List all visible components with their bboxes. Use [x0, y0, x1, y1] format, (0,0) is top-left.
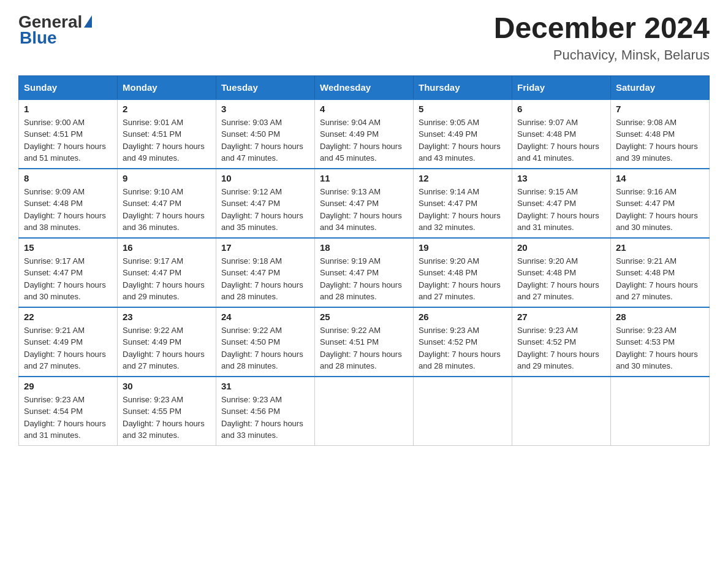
day-number: 5 — [419, 104, 507, 114]
day-number: 26 — [419, 312, 507, 322]
calendar-table: Sunday Monday Tuesday Wednesday Thursday… — [18, 75, 710, 446]
logo-triangle-icon — [84, 15, 92, 28]
day-info: Sunrise: 9:20 AMSunset: 4:48 PMDaylight:… — [419, 255, 507, 303]
calendar-cell: 27 Sunrise: 9:23 AMSunset: 4:52 PMDaylig… — [512, 307, 611, 377]
day-info: Sunrise: 9:03 AMSunset: 4:50 PMDaylight:… — [221, 117, 309, 164]
day-number: 2 — [123, 104, 211, 114]
calendar-cell: 26 Sunrise: 9:23 AMSunset: 4:52 PMDaylig… — [414, 307, 512, 377]
day-info: Sunrise: 9:22 AMSunset: 4:49 PMDaylight:… — [123, 324, 211, 372]
day-number: 16 — [123, 242, 211, 253]
col-sunday: Sunday — [19, 75, 118, 99]
day-number: 27 — [517, 312, 605, 322]
day-number: 1 — [24, 104, 112, 114]
day-info: Sunrise: 9:08 AMSunset: 4:48 PMDaylight:… — [616, 117, 704, 164]
calendar-cell — [315, 377, 414, 446]
day-info: Sunrise: 9:16 AMSunset: 4:47 PMDaylight:… — [616, 186, 704, 234]
day-number: 13 — [517, 173, 605, 183]
calendar-cell: 19 Sunrise: 9:20 AMSunset: 4:48 PMDaylig… — [414, 238, 512, 307]
day-number: 28 — [616, 312, 704, 322]
day-info: Sunrise: 9:22 AMSunset: 4:51 PMDaylight:… — [320, 324, 408, 372]
calendar-cell: 28 Sunrise: 9:23 AMSunset: 4:53 PMDaylig… — [611, 307, 710, 377]
day-number: 17 — [221, 242, 309, 253]
calendar-cell: 7 Sunrise: 9:08 AMSunset: 4:48 PMDayligh… — [611, 99, 710, 169]
day-info: Sunrise: 9:23 AMSunset: 4:55 PMDaylight:… — [123, 394, 211, 442]
calendar-cell — [414, 377, 512, 446]
calendar-cell: 9 Sunrise: 9:10 AMSunset: 4:47 PMDayligh… — [118, 169, 216, 238]
calendar-cell: 3 Sunrise: 9:03 AMSunset: 4:50 PMDayligh… — [216, 99, 315, 169]
location-subtitle: Puchavicy, Minsk, Belarus — [494, 47, 710, 63]
title-block: December 2024 Puchavicy, Minsk, Belarus — [494, 12, 710, 63]
calendar-cell: 15 Sunrise: 9:17 AMSunset: 4:47 PMDaylig… — [19, 238, 118, 307]
month-year-title: December 2024 — [494, 12, 710, 45]
calendar-cell: 5 Sunrise: 9:05 AMSunset: 4:49 PMDayligh… — [414, 99, 512, 169]
calendar-cell: 2 Sunrise: 9:01 AMSunset: 4:51 PMDayligh… — [118, 99, 216, 169]
day-number: 15 — [24, 242, 112, 253]
calendar-cell: 25 Sunrise: 9:22 AMSunset: 4:51 PMDaylig… — [315, 307, 414, 377]
calendar-cell — [512, 377, 611, 446]
col-friday: Friday — [512, 75, 611, 99]
day-info: Sunrise: 9:23 AMSunset: 4:56 PMDaylight:… — [221, 394, 309, 442]
logo: General Blue — [18, 12, 92, 48]
calendar-week-row-2: 8 Sunrise: 9:09 AMSunset: 4:48 PMDayligh… — [19, 169, 710, 238]
day-number: 18 — [320, 242, 408, 253]
day-number: 25 — [320, 312, 408, 322]
calendar-cell: 18 Sunrise: 9:19 AMSunset: 4:47 PMDaylig… — [315, 238, 414, 307]
day-number: 9 — [123, 173, 211, 183]
day-info: Sunrise: 9:05 AMSunset: 4:49 PMDaylight:… — [419, 117, 507, 164]
calendar-week-row-1: 1 Sunrise: 9:00 AMSunset: 4:51 PMDayligh… — [19, 99, 710, 169]
day-number: 19 — [419, 242, 507, 253]
col-wednesday: Wednesday — [315, 75, 414, 99]
day-number: 12 — [419, 173, 507, 183]
calendar-header-row: Sunday Monday Tuesday Wednesday Thursday… — [19, 75, 710, 99]
day-number: 4 — [320, 104, 408, 114]
calendar-cell: 24 Sunrise: 9:22 AMSunset: 4:50 PMDaylig… — [216, 307, 315, 377]
calendar-week-row-4: 22 Sunrise: 9:21 AMSunset: 4:49 PMDaylig… — [19, 307, 710, 377]
calendar-cell: 30 Sunrise: 9:23 AMSunset: 4:55 PMDaylig… — [118, 377, 216, 446]
calendar-cell: 11 Sunrise: 9:13 AMSunset: 4:47 PMDaylig… — [315, 169, 414, 238]
day-info: Sunrise: 9:20 AMSunset: 4:48 PMDaylight:… — [517, 255, 605, 303]
calendar-cell: 10 Sunrise: 9:12 AMSunset: 4:47 PMDaylig… — [216, 169, 315, 238]
day-number: 20 — [517, 242, 605, 253]
day-info: Sunrise: 9:22 AMSunset: 4:50 PMDaylight:… — [221, 324, 309, 372]
day-info: Sunrise: 9:17 AMSunset: 4:47 PMDaylight:… — [123, 255, 211, 303]
calendar-cell: 4 Sunrise: 9:04 AMSunset: 4:49 PMDayligh… — [315, 99, 414, 169]
day-number: 3 — [221, 104, 309, 114]
calendar-cell: 23 Sunrise: 9:22 AMSunset: 4:49 PMDaylig… — [118, 307, 216, 377]
col-thursday: Thursday — [414, 75, 512, 99]
day-info: Sunrise: 9:13 AMSunset: 4:47 PMDaylight:… — [320, 186, 408, 234]
day-info: Sunrise: 9:07 AMSunset: 4:48 PMDaylight:… — [517, 117, 605, 164]
day-number: 6 — [517, 104, 605, 114]
day-number: 30 — [123, 381, 211, 391]
logo-blue-text: Blue — [20, 28, 57, 48]
day-number: 21 — [616, 242, 704, 253]
day-info: Sunrise: 9:23 AMSunset: 4:52 PMDaylight:… — [419, 324, 507, 372]
calendar-cell: 12 Sunrise: 9:14 AMSunset: 4:47 PMDaylig… — [414, 169, 512, 238]
day-info: Sunrise: 9:21 AMSunset: 4:48 PMDaylight:… — [616, 255, 704, 303]
col-saturday: Saturday — [611, 75, 710, 99]
calendar-cell: 22 Sunrise: 9:21 AMSunset: 4:49 PMDaylig… — [19, 307, 118, 377]
col-tuesday: Tuesday — [216, 75, 315, 99]
calendar-cell: 17 Sunrise: 9:18 AMSunset: 4:47 PMDaylig… — [216, 238, 315, 307]
calendar-cell: 29 Sunrise: 9:23 AMSunset: 4:54 PMDaylig… — [19, 377, 118, 446]
calendar-cell: 20 Sunrise: 9:20 AMSunset: 4:48 PMDaylig… — [512, 238, 611, 307]
calendar-week-row-3: 15 Sunrise: 9:17 AMSunset: 4:47 PMDaylig… — [19, 238, 710, 307]
day-info: Sunrise: 9:19 AMSunset: 4:47 PMDaylight:… — [320, 255, 408, 303]
day-number: 8 — [24, 173, 112, 183]
page-header: General Blue December 2024 Puchavicy, Mi… — [18, 12, 710, 63]
day-info: Sunrise: 9:23 AMSunset: 4:52 PMDaylight:… — [517, 324, 605, 372]
calendar-cell: 21 Sunrise: 9:21 AMSunset: 4:48 PMDaylig… — [611, 238, 710, 307]
day-number: 23 — [123, 312, 211, 322]
day-info: Sunrise: 9:18 AMSunset: 4:47 PMDaylight:… — [221, 255, 309, 303]
day-info: Sunrise: 9:10 AMSunset: 4:47 PMDaylight:… — [123, 186, 211, 234]
calendar-cell — [611, 377, 710, 446]
day-info: Sunrise: 9:12 AMSunset: 4:47 PMDaylight:… — [221, 186, 309, 234]
day-info: Sunrise: 9:04 AMSunset: 4:49 PMDaylight:… — [320, 117, 408, 164]
calendar-cell: 13 Sunrise: 9:15 AMSunset: 4:47 PMDaylig… — [512, 169, 611, 238]
col-monday: Monday — [118, 75, 216, 99]
day-number: 7 — [616, 104, 704, 114]
day-info: Sunrise: 9:14 AMSunset: 4:47 PMDaylight:… — [419, 186, 507, 234]
day-number: 11 — [320, 173, 408, 183]
day-number: 24 — [221, 312, 309, 322]
day-info: Sunrise: 9:00 AMSunset: 4:51 PMDaylight:… — [24, 117, 112, 164]
calendar-cell: 8 Sunrise: 9:09 AMSunset: 4:48 PMDayligh… — [19, 169, 118, 238]
